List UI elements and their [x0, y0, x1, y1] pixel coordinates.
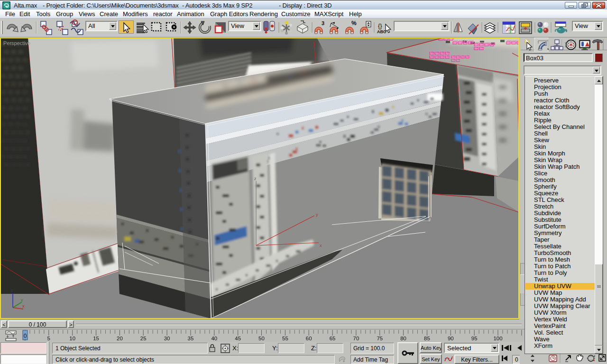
svg-text:z: z — [11, 288, 13, 293]
svg-text:z: z — [254, 176, 257, 181]
svg-text:60: 60 — [306, 336, 312, 341]
svg-text:90: 90 — [448, 336, 454, 341]
svg-text:Perspective: Perspective — [3, 40, 30, 46]
svg-text:10: 10 — [69, 336, 75, 341]
svg-text:y: y — [316, 212, 318, 217]
svg-text:0: 0 — [24, 333, 27, 339]
svg-text:45: 45 — [235, 336, 241, 341]
svg-text:30: 30 — [164, 336, 170, 341]
svg-text:55: 55 — [282, 336, 288, 341]
svg-text:20: 20 — [117, 336, 123, 341]
svg-text:100: 100 — [493, 336, 502, 341]
svg-text:x: x — [22, 304, 25, 309]
svg-text:40: 40 — [211, 336, 217, 341]
svg-text:25: 25 — [140, 336, 147, 341]
svg-text:70: 70 — [353, 336, 359, 341]
svg-text:5: 5 — [47, 336, 50, 341]
svg-text:95: 95 — [471, 336, 478, 341]
svg-text:y: y — [21, 298, 23, 302]
svg-text:75: 75 — [377, 336, 383, 341]
svg-text:80: 80 — [400, 336, 406, 341]
svg-text:65: 65 — [330, 336, 336, 341]
svg-text:50: 50 — [258, 336, 265, 341]
svg-text:15: 15 — [93, 336, 99, 341]
svg-text:85: 85 — [424, 336, 430, 341]
svg-text:35: 35 — [188, 336, 194, 341]
svg-text:x: x — [320, 243, 322, 248]
